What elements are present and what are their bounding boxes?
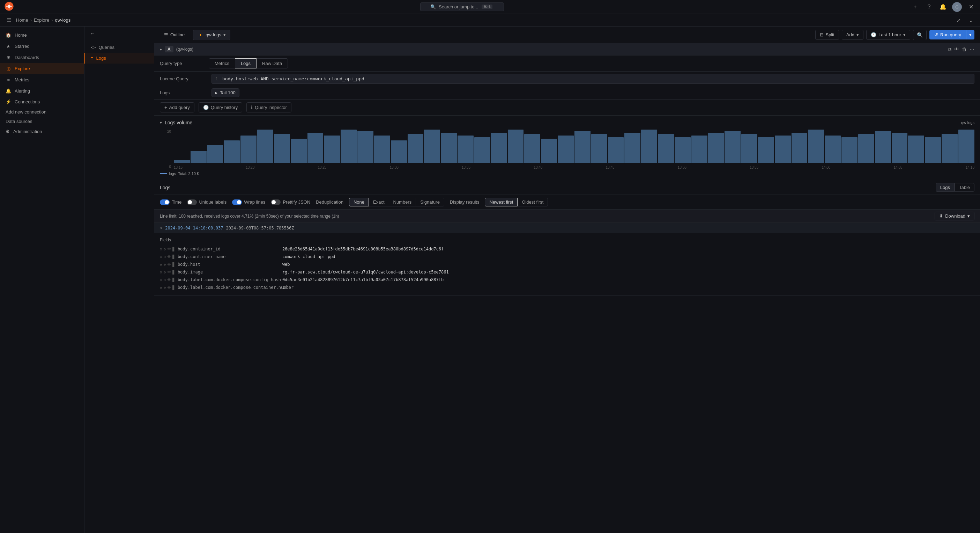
tab-raw-data[interactable]: Raw Data <box>256 58 288 69</box>
sidebar-item-home[interactable]: 🏠 Home <box>0 29 84 40</box>
sidebar-item-connections[interactable]: ⚡ Connections <box>0 96 84 107</box>
field-bar-icon-4[interactable]: ▊ <box>172 270 175 274</box>
datasource-selector[interactable]: 🔸 qw-logs ▾ <box>193 30 230 40</box>
share-icon[interactable]: ⤢ <box>953 15 963 25</box>
hamburger-menu[interactable]: ☰ <box>4 15 14 25</box>
query-inspector-button[interactable]: ℹ Query inspector <box>247 102 291 112</box>
field-zoom-in-icon-2[interactable]: ⊕ <box>160 255 162 259</box>
field-eye-icon-2[interactable]: 👁 <box>167 255 171 259</box>
dedup-exact[interactable]: Exact <box>369 198 389 206</box>
query-more-icon[interactable]: ⋯ <box>969 46 974 52</box>
breadcrumb-explore[interactable]: Explore <box>34 18 49 23</box>
field-zoom-in-icon-5[interactable]: ⊕ <box>160 278 162 282</box>
lucene-row: Lucene Query 1 body.host:web AND service… <box>154 72 980 86</box>
add-button[interactable]: + <box>910 2 920 12</box>
middle-panel-logs[interactable]: ≡ Logs <box>84 53 154 64</box>
field-eye-icon-4[interactable]: 👁 <box>167 270 171 274</box>
field-icons-3: ⊕ ⊖ 👁 ▊ <box>160 262 175 267</box>
logs-view-tab-table[interactable]: Table <box>955 183 974 192</box>
unique-labels-toggle[interactable] <box>187 199 197 205</box>
field-zoom-out-icon-4[interactable]: ⊖ <box>164 270 166 274</box>
prettify-json-toggle[interactable] <box>271 199 281 205</box>
help-icon[interactable]: ? <box>924 2 934 12</box>
query-toggle-icon[interactable]: 👁 <box>954 46 959 52</box>
tab-metrics[interactable]: Metrics <box>209 58 235 69</box>
dedup-numbers[interactable]: Numbers <box>389 198 416 206</box>
field-bar-icon-3[interactable]: ▊ <box>172 262 175 267</box>
x-label-1315: 13:15 <box>174 166 183 169</box>
sidebar-item-metrics[interactable]: ≈ Metrics <box>0 74 84 85</box>
grafana-logo[interactable] <box>4 2 14 12</box>
field-eye-icon-5[interactable]: 👁 <box>167 278 171 282</box>
order-oldest[interactable]: Oldest first <box>517 198 548 206</box>
field-zoom-out-icon-2[interactable]: ⊖ <box>164 255 166 259</box>
field-zoom-in-icon-3[interactable]: ⊕ <box>160 262 162 267</box>
breadcrumb-home[interactable]: Home <box>16 18 28 23</box>
split-button[interactable]: ⊟ Split <box>815 30 839 40</box>
field-zoom-in-icon-4[interactable]: ⊕ <box>160 270 162 274</box>
zoom-out-button[interactable]: 🔍 <box>913 30 927 40</box>
chart-bar-27 <box>624 133 640 163</box>
back-arrow-icon[interactable]: ← <box>90 31 95 36</box>
middle-panel-queries[interactable]: <> Queries <box>84 42 154 53</box>
lucene-input-area[interactable]: 1 body.host:web AND service_name:comwork… <box>212 74 974 84</box>
sidebar-label-explore: Explore <box>15 66 30 71</box>
field-eye-icon[interactable]: 👁 <box>167 247 171 252</box>
sidebar-item-explore[interactable]: ◎ Explore <box>0 63 84 74</box>
field-zoom-in-icon[interactable]: ⊕ <box>160 247 162 252</box>
sidebar-item-dashboards[interactable]: ⊞ Dashboards <box>0 52 84 63</box>
field-bar-icon-5[interactable]: ▊ <box>172 278 175 282</box>
dedup-group: None Exact Numbers Signature <box>349 198 444 206</box>
avatar[interactable]: G <box>952 2 962 12</box>
run-query-button[interactable]: ↺ Run query <box>929 30 966 40</box>
dedup-none[interactable]: None <box>349 198 369 206</box>
notifications-icon[interactable]: 🔔 <box>938 2 948 12</box>
time-picker[interactable]: 🕐 Last 1 hour ▾ <box>866 30 910 40</box>
tab-logs[interactable]: Logs <box>235 58 256 69</box>
query-delete-icon[interactable]: 🗑 <box>962 46 967 52</box>
sidebar-item-data-sources[interactable]: Data sources <box>0 116 84 126</box>
order-newest[interactable]: Newest first <box>485 198 517 206</box>
field-zoom-out-icon[interactable]: ⊖ <box>164 247 166 252</box>
field-bar-icon-2[interactable]: ▊ <box>172 255 175 259</box>
chart-x-axis: 13:15 13:20 13:25 13:30 13:35 13:40 13:4… <box>174 165 974 170</box>
field-zoom-out-icon-3[interactable]: ⊖ <box>164 262 166 267</box>
x-label-1340: 13:40 <box>534 166 542 169</box>
download-label: Download <box>945 214 965 219</box>
field-eye-icon-6[interactable]: 👁 <box>167 286 171 290</box>
tail-label: Tail 100 <box>220 90 235 95</box>
chart-bar-41 <box>858 134 874 163</box>
query-history-button[interactable]: 🕐 Query history <box>199 102 242 112</box>
dedup-signature[interactable]: Signature <box>416 198 444 206</box>
outline-button[interactable]: ☰ Outline <box>160 30 189 40</box>
add-button[interactable]: Add ▾ <box>842 30 864 40</box>
chart-collapse-icon[interactable]: ▾ <box>160 120 162 125</box>
chart-bar-44 <box>908 136 924 163</box>
field-row-config-hash: ⊕ ⊖ 👁 ▊ body.label.com.docker.compose.co… <box>160 276 974 284</box>
sidebar-item-starred[interactable]: ★ Starred <box>0 40 84 52</box>
collapse-sidebar-icon[interactable]: ✕ <box>966 2 976 12</box>
sidebar-item-alerting[interactable]: 🔔 Alerting <box>0 85 84 96</box>
query-duplicate-icon[interactable]: ⧉ <box>948 46 951 53</box>
add-query-label: Add query <box>169 105 190 110</box>
field-zoom-out-icon-5[interactable]: ⊖ <box>164 278 166 282</box>
middle-panel-nav: <> Queries ≡ Logs <box>84 40 154 65</box>
logs-view-tab-logs[interactable]: Logs <box>935 183 955 192</box>
wrap-lines-toggle[interactable] <box>232 199 242 205</box>
collapse-query-icon[interactable]: ▸ <box>160 47 162 52</box>
chevron-down-icon[interactable]: ⌄ <box>966 15 976 25</box>
log-entry-header[interactable]: ▾ 2024-09-04 14:10:00.037 2024-09-03T08:… <box>154 223 980 233</box>
download-button[interactable]: ⬇ Download ▾ <box>935 212 974 220</box>
field-bar-icon[interactable]: ▊ <box>172 247 175 252</box>
search-box[interactable]: 🔍 Search or jump to... ⌘+k <box>420 2 504 11</box>
time-toggle[interactable] <box>160 199 170 205</box>
sidebar-item-administration[interactable]: ⚙ Administration <box>0 126 84 137</box>
field-bar-icon-6[interactable]: ▊ <box>172 286 175 290</box>
add-query-button[interactable]: + Add query <box>160 102 194 112</box>
sidebar-item-add-connection[interactable]: Add new connection <box>0 107 84 116</box>
field-zoom-in-icon-6[interactable]: ⊕ <box>160 286 162 290</box>
tail-button[interactable]: ▸ Tail 100 <box>212 88 239 97</box>
field-eye-icon-3[interactable]: 👁 <box>167 262 171 267</box>
field-zoom-out-icon-6[interactable]: ⊖ <box>164 286 166 290</box>
run-query-dropdown[interactable]: ▾ <box>966 30 974 40</box>
